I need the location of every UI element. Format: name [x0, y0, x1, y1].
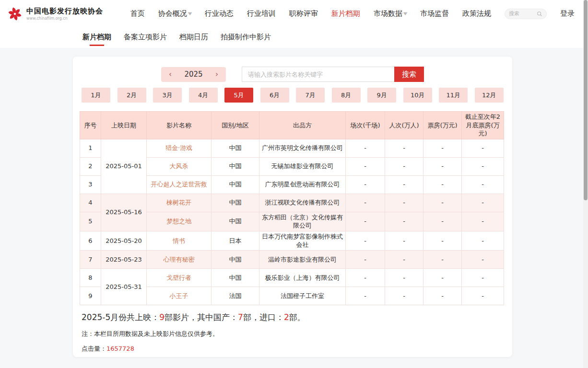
- film-title-link[interactable]: 猎金·游戏: [165, 144, 192, 151]
- controls-row: ‹ 2025 › 搜索: [73, 67, 512, 82]
- nav-item[interactable]: 首页: [130, 9, 145, 18]
- summary-text: 2025-5月份共上映：: [82, 312, 159, 322]
- film-title-cell: 心理有秘密: [147, 250, 212, 268]
- search-icon: [537, 11, 542, 17]
- boxoffice-cutoff-value: -: [462, 139, 504, 157]
- nav-item[interactable]: 市场监督: [420, 9, 449, 18]
- nav-item[interactable]: 行业培训: [247, 9, 276, 18]
- nav-item[interactable]: 市场数据▼: [374, 9, 407, 18]
- boxoffice-cutoff-value: -: [462, 175, 504, 194]
- sessions-value: -: [346, 212, 385, 231]
- nav-search-input[interactable]: [509, 11, 537, 17]
- month-button[interactable]: 2月: [118, 88, 146, 103]
- admissions-value: -: [385, 250, 423, 268]
- year-label: 2025: [184, 70, 202, 79]
- content-card: ‹ 2025 › 搜索 1月2月3月4月5月6月7月8月9月10月11月12月 …: [73, 57, 512, 357]
- site-url: www.chinafilm.org.cn: [26, 16, 103, 21]
- film-title-cell: 大风杀: [147, 157, 212, 175]
- admissions-value: -: [385, 212, 423, 231]
- film-title-link[interactable]: 梦想之地: [166, 218, 191, 225]
- film-producer: 无锡加雄影业有限公司: [259, 157, 346, 175]
- admissions-value: -: [385, 231, 423, 250]
- sessions-value: -: [346, 194, 385, 212]
- next-year-icon[interactable]: ›: [215, 71, 218, 78]
- table-row: 62025-05-20情书日本日本万代南梦宫影像制作株式会社----: [80, 231, 504, 250]
- nav-item[interactable]: 协会概况▼: [158, 9, 191, 18]
- film-title-link[interactable]: 情书: [173, 237, 185, 244]
- film-title-link[interactable]: 戈壁行者: [166, 274, 191, 281]
- month-button[interactable]: 9月: [367, 88, 396, 103]
- month-button[interactable]: 3月: [153, 88, 182, 103]
- brand-text: 中国电影发行放映协会 www.chinafilm.org.cn: [26, 7, 103, 21]
- film-index: 3: [80, 175, 101, 194]
- nav-item[interactable]: 职称评审: [289, 9, 318, 18]
- subnav-tab[interactable]: 档期日历: [179, 33, 208, 42]
- summary-count: 9: [159, 312, 165, 322]
- month-button[interactable]: 10月: [403, 88, 432, 103]
- film-region: 中国: [212, 250, 259, 268]
- film-title-cell: 小王子: [147, 287, 212, 305]
- film-schedule-table: 序号上映日期影片名称国别/地区出品方场次(千场)人次(万人)票房(万元)截止至次…: [80, 111, 504, 305]
- monthly-summary: 2025-5月份共上映：9部影片，其中国产：7部，进口：2部。: [82, 312, 512, 323]
- header-top-row: 中国电影发行放映协会 www.chinafilm.org.cn 首页协会概况▼行…: [0, 0, 583, 27]
- film-producer: 广州市英明文化传播有限公司: [259, 139, 346, 157]
- nav-item[interactable]: 行业动态: [205, 9, 234, 18]
- column-header: 上映日期: [101, 112, 147, 139]
- film-title-link[interactable]: 楝树花开: [166, 199, 191, 206]
- boxoffice-cutoff-value: -: [462, 194, 504, 212]
- year-selector: ‹ 2025 ›: [161, 67, 226, 82]
- login-button[interactable]: 登录: [560, 9, 575, 18]
- film-producer: 东方稻田（北京）文化传媒有限公司: [259, 212, 346, 231]
- month-button[interactable]: 1月: [82, 88, 110, 103]
- film-title-link[interactable]: 小王子: [170, 292, 188, 299]
- month-button[interactable]: 8月: [332, 88, 361, 103]
- summary-count: 7: [238, 312, 243, 322]
- boxoffice-value: -: [423, 194, 462, 212]
- boxoffice-cutoff-value: -: [462, 268, 504, 287]
- chevron-down-icon: ▼: [188, 12, 192, 16]
- prev-year-icon[interactable]: ‹: [169, 71, 172, 78]
- month-button[interactable]: 7月: [296, 88, 325, 103]
- film-search-input[interactable]: [242, 67, 394, 82]
- boxoffice-cutoff-value: -: [462, 231, 504, 250]
- main-nav: 首页协会概况▼行业动态行业培训职称评审新片档期市场数据▼市场监督政策法规 登录: [130, 9, 583, 19]
- month-button[interactable]: 12月: [475, 88, 504, 103]
- film-title-cell: 梦想之地: [147, 212, 212, 231]
- page-scrollbar[interactable]: [583, 0, 588, 368]
- subnav-tab[interactable]: 新片档期: [82, 33, 111, 42]
- film-title-cell: 情书: [147, 231, 212, 250]
- scrollbar-thumb[interactable]: [584, 0, 588, 200]
- film-title-cell: 猎金·游戏: [147, 139, 212, 157]
- hit-counter: 点击量：1657728: [82, 345, 512, 353]
- summary-text: 部影片，其中国产：: [165, 312, 238, 322]
- subnav-tab[interactable]: 备案立项影片: [124, 33, 167, 42]
- film-region: 中国: [212, 194, 259, 212]
- nav-item[interactable]: 新片档期: [331, 9, 360, 18]
- boxoffice-value: -: [423, 139, 462, 157]
- boxoffice-value: -: [423, 287, 462, 305]
- film-title-link[interactable]: 大风杀: [170, 162, 188, 170]
- table-row: 72025-05-23心理有秘密中国温岭市影途影业有限公司----: [80, 250, 504, 268]
- film-index: 6: [80, 231, 101, 250]
- column-header: 票房(万元): [423, 112, 462, 139]
- month-button[interactable]: 6月: [260, 88, 289, 103]
- release-date: 2025-05-16: [101, 194, 147, 231]
- search-button[interactable]: 搜索: [394, 67, 424, 82]
- boxoffice-cutoff-value: -: [462, 250, 504, 268]
- subnav-tab[interactable]: 拍摄制作中影片: [221, 33, 271, 42]
- boxoffice-value: -: [423, 250, 462, 268]
- boxoffice-value: -: [423, 157, 462, 175]
- admissions-value: -: [385, 268, 423, 287]
- boxoffice-value: -: [423, 268, 462, 287]
- nav-search-box[interactable]: [505, 9, 547, 19]
- film-region: 日本: [212, 231, 259, 250]
- month-button[interactable]: 5月: [224, 88, 253, 103]
- month-button[interactable]: 4月: [189, 88, 218, 103]
- month-button[interactable]: 11月: [439, 88, 468, 103]
- table-body: 12025-05-01猎金·游戏中国广州市英明文化传播有限公司----2大风杀中…: [80, 139, 504, 305]
- film-title-link[interactable]: 心理有秘密: [164, 256, 195, 263]
- hit-counter-value: 1657728: [106, 345, 134, 352]
- nav-item[interactable]: 政策法规: [462, 9, 491, 18]
- film-title-link[interactable]: 开心超人之逆世营救: [151, 181, 207, 188]
- brand[interactable]: 中国电影发行放映协会 www.chinafilm.org.cn: [7, 6, 103, 22]
